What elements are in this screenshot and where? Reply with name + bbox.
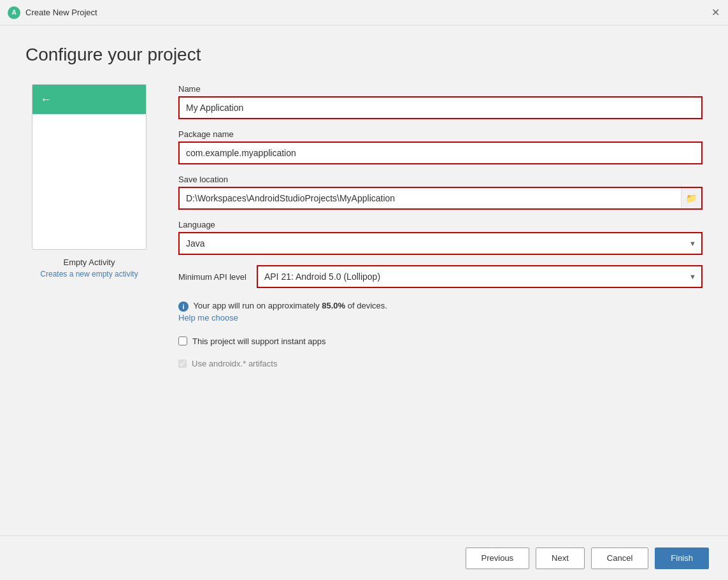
save-location-container: 📁 [178,187,703,210]
phone-preview: ← [32,84,146,250]
browse-button[interactable]: 📁 [681,188,701,208]
min-api-select-wrapper: API 21: Android 5.0 (Lollipop) API 22: A… [257,265,703,288]
main-body: ← Empty Activity Creates a new empty act… [25,84,703,523]
instant-apps-label: This project will support instant apps [192,337,326,346]
folder-icon: 📁 [686,193,697,203]
package-field-group: Package name [178,129,703,164]
name-field-group: Name [178,84,703,119]
info-text: i Your app will run on approximately 85.… [178,301,703,312]
finish-button[interactable]: Finish [655,547,709,569]
close-button[interactable]: ✕ [710,8,720,18]
name-label: Name [178,84,703,94]
help-link[interactable]: Help me choose [178,313,703,323]
min-api-label: Minimum API level [178,272,246,282]
save-location-label: Save location [178,175,703,184]
left-panel: ← Empty Activity Creates a new empty act… [25,84,153,523]
info-suffix: of devices. [345,301,387,310]
phone-back-arrow-icon: ← [40,93,52,106]
app-icon: A [8,6,20,19]
save-location-field-group: Save location 📁 [178,175,703,210]
androidx-checkbox [178,359,187,368]
min-api-row: Minimum API level API 21: Android 5.0 (L… [178,265,703,288]
name-input[interactable] [178,96,703,119]
androidx-label: Use androidx.* artifacts [192,359,277,368]
page-title: Configure your project [25,45,703,65]
language-select-wrapper: Java Kotlin [178,232,703,255]
instant-apps-checkbox[interactable] [178,337,187,345]
info-text-row: i Your app will run on approximately 85.… [178,298,703,323]
cancel-button[interactable]: Cancel [591,547,648,569]
save-location-input[interactable] [180,188,681,208]
language-select[interactable]: Java Kotlin [178,232,703,255]
previous-button[interactable]: Previous [466,547,530,569]
language-label: Language [178,220,703,229]
main-content: Configure your project ← Empty Activity … [0,25,728,535]
next-button[interactable]: Next [536,547,585,569]
right-panel: Name Package name Save location 📁 [178,84,703,523]
title-bar: A Create New Project ✕ [0,0,728,25]
activity-desc-link[interactable]: Creates a new empty activity [40,270,138,279]
instant-apps-checkbox-row: This project will support instant apps [178,337,703,346]
androidx-checkbox-row: Use androidx.* artifacts [178,359,703,368]
min-api-select[interactable]: API 21: Android 5.0 (Lollipop) API 22: A… [257,265,703,288]
activity-name-label: Empty Activity [64,257,115,267]
main-window: A Create New Project ✕ Configure your pr… [0,0,728,580]
info-icon: i [178,301,189,312]
info-prefix: Your app will run on approximately [193,301,322,310]
phone-top-bar: ← [32,85,146,114]
package-input[interactable] [178,141,703,164]
language-field-group: Language Java Kotlin [178,220,703,255]
info-percent: 85.0% [322,301,345,310]
title-bar-text: Create New Project [25,8,710,17]
package-label: Package name [178,129,703,139]
footer: Previous Next Cancel Finish [0,535,728,580]
